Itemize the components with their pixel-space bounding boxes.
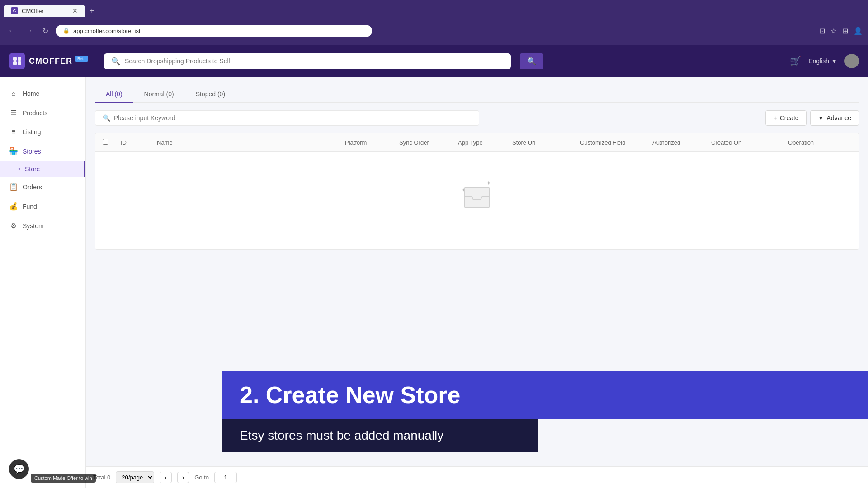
browser-nav-bar: ← → ↻ 🔒 app.cmoffer.com/storeList ⊡ ☆ ⊞ … [0,18,868,43]
sidebar-item-listing[interactable]: ≡ Listing [0,122,85,141]
tab-stoped-label: Stoped (0) [196,90,225,98]
empty-state: ✦ ✦ [95,152,859,249]
svg-rect-0 [13,57,17,61]
col-custom-field-header: Customized Field [580,139,652,146]
tab-bar: All (0) Normal (0) Stoped (0) [95,86,859,103]
tab-stoped[interactable]: Stoped (0) [185,86,236,103]
banner-title: 2. Create New Store [222,371,868,419]
search-bar-icon: 🔍 [111,57,120,66]
bookmark-button[interactable]: ☆ [830,27,837,35]
user-profile-button[interactable]: 👤 [854,27,863,35]
reload-button[interactable]: ↻ [40,25,51,37]
chat-widget-label: Custom Made Offer to win [31,474,96,483]
keyword-input[interactable] [114,114,472,122]
col-authorized-header: Authorized [652,139,711,146]
page-number-input[interactable] [214,472,237,483]
url-display: app.cmoffer.com/storeList [73,28,141,34]
fund-icon: 💰 [9,202,18,211]
create-plus-icon: + [773,114,777,122]
sidebar: ⌂ Home ☰ Products ≡ Listing 🏪 Stores • S… [0,77,86,488]
keyword-search-field[interactable]: 🔍 [95,110,479,126]
banner-subtitle: Etsy stores must be added manually [222,419,538,452]
logo-area: CMOFFER Beta [9,53,95,69]
svg-rect-4 [464,187,490,208]
sidebar-label-fund: Fund [23,203,37,210]
global-search-input[interactable] [125,57,504,65]
sidebar-item-store[interactable]: • Store [0,161,85,177]
prev-page-button[interactable]: ‹ [160,472,171,483]
profile-grid-button[interactable]: ⊞ [842,27,848,35]
svg-text:✦: ✦ [486,179,491,187]
tab-normal-label: Normal (0) [144,90,174,98]
tab-all[interactable]: All (0) [95,86,133,103]
col-created-on-header: Created On [711,139,788,146]
page-size-select[interactable]: 20/page [116,471,154,483]
tab-favicon: C [11,7,18,14]
header-actions: 🛒 English ▼ [790,54,859,68]
products-icon: ☰ [9,108,18,117]
logo-text: CMOFFER [29,56,72,66]
sidebar-label-listing: Listing [23,128,41,136]
next-page-button[interactable]: › [177,472,189,483]
system-icon: ⚙ [9,221,18,230]
address-bar[interactable]: 🔒 app.cmoffer.com/storeList [56,25,372,37]
svg-rect-1 [18,57,21,61]
language-dropdown-icon: ▼ [831,57,837,65]
col-store-url-header: Store Url [512,139,580,146]
back-button[interactable]: ← [5,25,18,37]
col-platform-header: Platform [345,139,399,146]
orders-icon: 📋 [9,183,18,191]
sidebar-label-stores: Stores [23,148,41,155]
sidebar-label-store: Store [25,165,40,173]
sidebar-item-products[interactable]: ☰ Products [0,103,85,122]
create-button[interactable]: + Create [765,110,806,126]
svg-text:✦: ✦ [462,188,465,192]
svg-rect-2 [13,61,17,65]
sidebar-item-system[interactable]: ⚙ System [0,216,85,235]
stores-icon: 🏪 [9,147,18,155]
tab-close-button[interactable]: ✕ [72,7,78,14]
cart-button[interactable]: 🛒 [790,56,801,66]
filter-icon: ▼ [818,114,824,122]
col-id-header: ID [121,139,157,146]
forward-button[interactable]: → [23,25,35,37]
language-button[interactable]: English ▼ [808,57,837,65]
sidebar-label-products: Products [23,109,47,117]
browser-nav-actions: ⊡ ☆ ⊞ 👤 [819,27,863,35]
pagination-bar: Total 0 20/page ‹ › Go to [86,466,868,488]
col-operation-header: Operation [788,139,851,146]
tab-normal[interactable]: Normal (0) [133,86,185,103]
banner-container: 2. Create New Store Etsy stores must be … [222,371,868,452]
active-tab[interactable]: C CMOffer ✕ [4,5,85,17]
app-header: CMOFFER Beta 🔍 🔍 🛒 English ▼ [0,45,868,77]
global-search-button[interactable]: 🔍 [520,53,543,69]
create-label: Create [780,114,799,122]
sidebar-label-orders: Orders [23,183,42,191]
global-search-bar[interactable]: 🔍 [104,53,511,69]
chat-widget-button[interactable]: 💬 [9,459,29,479]
col-checkbox [103,139,121,146]
sidebar-label-home: Home [23,90,39,97]
col-app-type-header: App Type [458,139,512,146]
sidebar-item-orders[interactable]: 📋 Orders [0,177,85,197]
advance-button[interactable]: ▼ Advance [810,110,859,126]
sidebar-item-fund[interactable]: 💰 Fund [0,197,85,216]
sidebar-item-stores[interactable]: 🏪 Stores [0,141,85,161]
store-table: ID Name Platform Sync Order App Type Sto… [95,133,859,250]
svg-rect-3 [18,61,21,65]
app-layout: ⌂ Home ☰ Products ≡ Listing 🏪 Stores • S… [0,45,868,488]
tab-title: CMOffer [22,8,44,14]
advance-label: Advance [827,114,851,122]
tab-all-label: All (0) [106,90,123,98]
new-tab-button[interactable]: + [85,5,99,18]
screenshot-button[interactable]: ⊡ [819,27,825,35]
select-all-checkbox[interactable] [103,139,108,145]
col-name-header: Name [157,139,345,146]
total-count: Total 0 [93,474,110,481]
user-avatar[interactable] [844,54,859,68]
logo-icon [9,53,25,69]
ssl-lock-icon: 🔒 [63,28,70,34]
keyword-search-icon: 🔍 [103,114,110,122]
toolbar-actions: + Create ▼ Advance [765,110,859,126]
sidebar-item-home[interactable]: ⌂ Home [0,84,85,103]
